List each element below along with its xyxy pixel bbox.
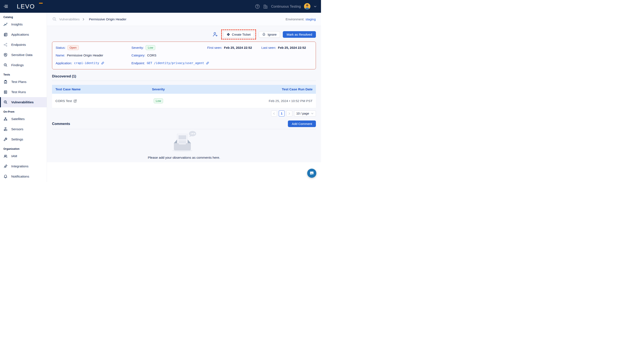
collapse-sidebar-button[interactable]: [4, 4, 9, 9]
ignore-label: Ignore: [267, 33, 277, 36]
avatar[interactable]: [304, 3, 310, 10]
select-chevron-down-icon: [311, 112, 313, 115]
sidebar: Catalog Insights Applications: [0, 13, 47, 182]
breadcrumb-parent-link[interactable]: Vulnerabilities: [59, 18, 80, 21]
test-case-name-link[interactable]: CORS Test: [55, 99, 72, 103]
add-comment-button[interactable]: Add Comment: [288, 120, 316, 127]
chevron-right-icon: [288, 112, 290, 115]
endpoint-link-icon[interactable]: [206, 62, 209, 65]
sidebar-item-label: Endpoints: [11, 43, 26, 47]
status-badge: Open: [68, 45, 79, 50]
status-field: Status: Open: [56, 45, 131, 50]
page-size-select[interactable]: 10 / page: [294, 110, 316, 116]
first-seen-field: First seen: Feb 25, 2024 22:52: [207, 46, 261, 50]
sidebar-item-sensitive-data[interactable]: Sensitive Data: [0, 50, 47, 60]
column-header-severity[interactable]: Severity: [133, 88, 183, 91]
sidebar-item-label: Test Plans: [11, 80, 27, 84]
organization-icon[interactable]: [263, 4, 268, 9]
sensors-icon: [4, 127, 8, 131]
person-add-icon: [212, 34, 218, 38]
sidebar-item-notifications[interactable]: Notifications: [0, 172, 47, 182]
pagination: 1 10 / page: [52, 110, 316, 116]
levo-logo-text: LEVO: [17, 4, 35, 10]
table-row[interactable]: CORS Test Low Feb 25, 2024 • 10:52 PM PS…: [52, 94, 316, 108]
sidebar-item-insights[interactable]: Insights: [0, 19, 47, 30]
empty-inbox-illustration: [166, 131, 202, 153]
column-header-test-case-name[interactable]: Test Case Name: [52, 88, 133, 91]
workspace-label[interactable]: Continuous Testing: [271, 4, 301, 8]
navbar-right: Continuous Testing: [255, 0, 317, 13]
sidebar-item-endpoints[interactable]: Endpoints: [0, 40, 47, 50]
sidebar-item-partial[interactable]: [0, 182, 47, 182]
sidebar-item-test-plans[interactable]: Test Plans: [0, 77, 47, 87]
satellites-icon: [4, 117, 8, 121]
column-header-run-date[interactable]: Test Case Run Date: [183, 88, 316, 91]
sidebar-item-label: Satellites: [11, 117, 25, 121]
add-comment-label: Add Comment: [292, 122, 312, 126]
applications-icon: [4, 32, 8, 37]
create-ticket-label: Create Ticket: [232, 33, 250, 36]
mark-resolved-label: Mark as Resolved: [287, 33, 312, 36]
category-value: CORS: [147, 54, 156, 57]
external-link-icon[interactable]: [74, 100, 77, 102]
ticket-diamond-icon: [227, 33, 230, 36]
collapse-sidebar-icon: [4, 6, 9, 10]
row-severity-badge: Low: [154, 98, 163, 103]
application-label: Application:: [56, 61, 72, 65]
discovered-title: Discovered (1): [52, 74, 316, 78]
sidebar-item-label: Test Runs: [11, 90, 26, 94]
test-runs-icon: [4, 90, 8, 94]
sidebar-section-on-prem: On-Prem: [0, 107, 47, 114]
sidebar-item-test-runs[interactable]: Test Runs: [0, 87, 47, 97]
sidebar-item-sensors[interactable]: Sensors: [0, 124, 47, 134]
chevron-left-icon: [273, 112, 275, 115]
pagination-page-1[interactable]: 1: [279, 110, 285, 116]
environment-selector[interactable]: Environment:staging: [285, 18, 316, 21]
sidebar-item-vulnerabilities[interactable]: Vulnerabilities: [0, 97, 47, 107]
sidebar-item-applications[interactable]: Applications: [0, 30, 47, 40]
breadcrumb: Vulnerabilities Permissive Origin Header: [52, 17, 127, 22]
first-seen-value: Feb 25, 2024 22:52: [224, 46, 252, 50]
endpoint-label: Endpoint:: [131, 61, 145, 65]
environment-label: Environment:: [285, 18, 304, 21]
severity-cell: Low: [133, 98, 183, 103]
sidebar-section-tests: Tests: [0, 70, 47, 77]
sidebar-section-organization: Organization: [0, 144, 47, 151]
sidebar-item-settings[interactable]: Settings: [0, 134, 47, 144]
status-label: Status:: [56, 46, 66, 50]
name-field: Name: Permissive Origin Header: [56, 54, 131, 57]
sidebar-item-label: Sensors: [11, 127, 23, 131]
findings-icon: [4, 63, 8, 67]
sidebar-item-label: Integrations: [11, 164, 29, 168]
levo-logo[interactable]: LEVO: [17, 0, 35, 13]
sidebar-item-findings[interactable]: Findings: [0, 60, 47, 70]
application-link-icon[interactable]: [101, 62, 104, 65]
sidebar-item-label: Sensitive Data: [11, 53, 33, 57]
pagination-next-button[interactable]: [286, 110, 292, 116]
endpoints-icon: [4, 43, 8, 47]
sidebar-item-satellites[interactable]: Satellites: [0, 114, 47, 124]
sidebar-item-label: Findings: [11, 63, 24, 67]
help-icon[interactable]: [255, 4, 260, 9]
endpoint-link[interactable]: GET /identity/privacy/user_agent: [147, 61, 204, 65]
category-field: Category: CORS: [131, 54, 207, 57]
last-seen-field: Last seen: Feb 25, 2024 22:52: [261, 46, 312, 50]
sidebar-item-integrations[interactable]: Integrations: [0, 161, 47, 172]
name-value: Permissive Origin Header: [67, 54, 103, 57]
application-link[interactable]: crapi-identity: [74, 61, 99, 65]
create-ticket-annotation-box: Create Ticket: [221, 30, 256, 40]
endpoint-field: Endpoint: GET /identity/privacy/user_age…: [131, 61, 209, 65]
environment-value: staging: [305, 18, 316, 21]
content-area: Create Ticket Ignore Mark as Resolved: [47, 26, 321, 162]
mark-resolved-button[interactable]: Mark as Resolved: [283, 31, 316, 38]
ignore-button[interactable]: Ignore: [259, 31, 280, 38]
assign-user-button[interactable]: [212, 32, 218, 37]
create-ticket-button[interactable]: Create Ticket: [223, 31, 254, 38]
account-chevron-down-icon[interactable]: [313, 5, 317, 8]
comments-title: Comments: [52, 122, 70, 126]
discovered-table: Test Case Name Severity Test Case Run Da…: [52, 85, 316, 108]
pagination-prev-button[interactable]: [271, 110, 277, 116]
sidebar-item-iam[interactable]: IAM: [0, 151, 47, 161]
sidebar-item-label: Insights: [11, 22, 23, 26]
chat-launcher-button[interactable]: [307, 169, 316, 178]
